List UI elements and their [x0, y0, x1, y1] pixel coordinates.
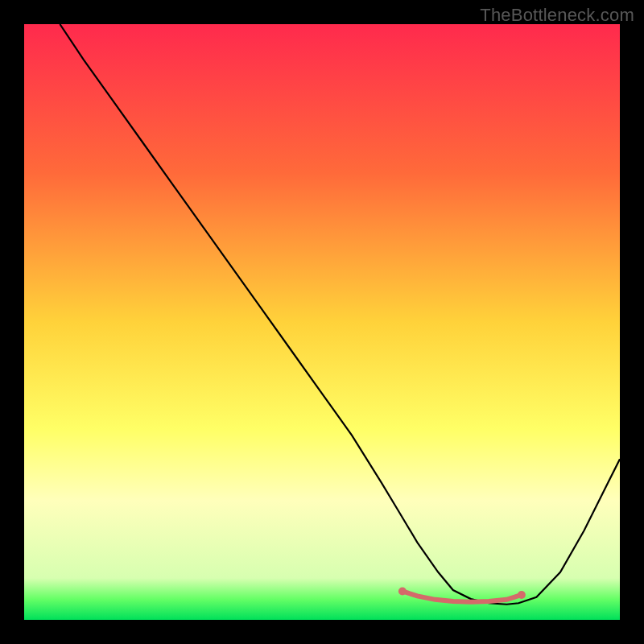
watermark-label: TheBottleneck.com: [480, 5, 634, 26]
optimal-range-endpoint-left: [398, 587, 407, 595]
gradient-background: [24, 24, 620, 620]
chart-frame: TheBottleneck.com: [0, 0, 644, 644]
bottleneck-chart: [24, 24, 620, 620]
optimal-range-endpoint-right: [518, 591, 526, 599]
plot-area: [24, 24, 620, 620]
